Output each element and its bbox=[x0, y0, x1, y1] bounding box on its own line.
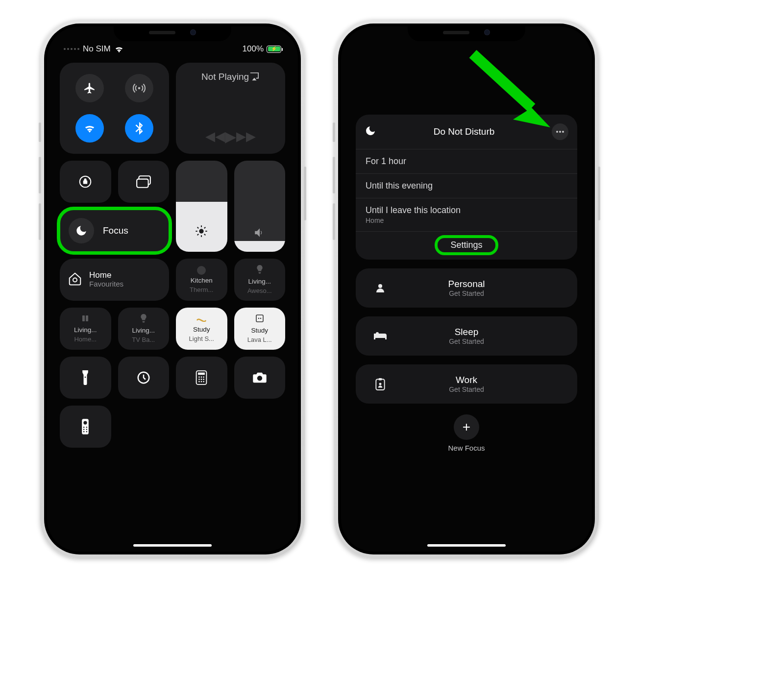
airplane-toggle[interactable] bbox=[75, 74, 104, 102]
svg-point-37 bbox=[86, 429, 87, 430]
media-panel[interactable]: Not Playing ◀◀ ▶ ▶▶ bbox=[176, 63, 285, 154]
svg-point-43 bbox=[378, 284, 382, 288]
svg-point-35 bbox=[86, 427, 87, 428]
media-play-icon[interactable]: ▶ bbox=[225, 128, 236, 145]
moon-icon bbox=[69, 218, 94, 243]
wifi-toggle[interactable] bbox=[75, 114, 104, 143]
home-accessory-tile[interactable]: Study Lava L... bbox=[234, 308, 286, 350]
bluetooth-toggle[interactable] bbox=[125, 114, 153, 143]
home-tile-subtitle: Favourites bbox=[89, 280, 123, 288]
focus-label: Focus bbox=[103, 225, 128, 236]
svg-point-17 bbox=[258, 318, 259, 319]
do-not-disturb-card: Do Not Disturb For 1 hour Until this eve… bbox=[356, 115, 577, 260]
person-icon bbox=[367, 282, 394, 294]
svg-point-31 bbox=[257, 376, 262, 381]
focus-button[interactable]: Focus bbox=[60, 210, 169, 252]
bulb-icon bbox=[140, 314, 147, 325]
svg-point-30 bbox=[203, 381, 204, 383]
plus-icon: + bbox=[454, 414, 479, 440]
lightstrip-icon bbox=[196, 315, 207, 324]
svg-point-13 bbox=[73, 278, 77, 282]
media-label: Not Playing bbox=[201, 72, 249, 82]
svg-rect-45 bbox=[379, 378, 382, 380]
volume-icon bbox=[253, 227, 266, 240]
media-next-icon[interactable]: ▶▶ bbox=[236, 129, 256, 144]
carrier-label: No SIM bbox=[83, 44, 111, 54]
svg-point-29 bbox=[201, 381, 202, 383]
svg-point-27 bbox=[203, 379, 204, 380]
timer-button[interactable] bbox=[118, 357, 170, 399]
calculator-button[interactable] bbox=[176, 357, 227, 399]
focus-mode-sleep[interactable]: Sleep Get Started bbox=[356, 316, 577, 356]
svg-point-33 bbox=[84, 421, 87, 424]
svg-rect-21 bbox=[198, 373, 205, 375]
badge-icon bbox=[367, 378, 394, 390]
dnd-option[interactable]: Until I leave this location Home bbox=[356, 198, 577, 231]
svg-point-34 bbox=[83, 427, 84, 428]
svg-point-28 bbox=[198, 381, 200, 383]
home-accessory-tile[interactable]: Living... Aweso... bbox=[234, 259, 286, 301]
brightness-slider[interactable] bbox=[176, 161, 227, 252]
svg-point-39 bbox=[86, 431, 87, 432]
home-favourites-tile[interactable]: Home Favourites bbox=[60, 259, 169, 301]
new-focus-button[interactable]: + New Focus bbox=[356, 414, 577, 452]
home-indicator[interactable] bbox=[133, 544, 212, 547]
svg-point-38 bbox=[83, 431, 84, 432]
svg-point-0 bbox=[138, 87, 140, 90]
moon-icon bbox=[365, 125, 376, 139]
speaker-icon bbox=[81, 314, 89, 324]
home-accessory-tile[interactable]: Living... TV Ba... bbox=[118, 308, 170, 350]
dnd-title: Do Not Disturb bbox=[434, 126, 495, 137]
svg-rect-3 bbox=[137, 179, 148, 188]
bed-icon bbox=[367, 331, 394, 341]
signal-icon bbox=[64, 48, 79, 50]
rotation-lock-toggle[interactable] bbox=[60, 161, 111, 203]
focus-mode-personal[interactable]: Personal Get Started bbox=[356, 268, 577, 308]
thermostat-icon bbox=[197, 266, 206, 275]
apple-tv-remote-button[interactable] bbox=[60, 406, 111, 448]
focus-settings-button[interactable]: Settings bbox=[440, 238, 493, 252]
svg-point-22 bbox=[198, 376, 200, 378]
battery-percent: 100% bbox=[243, 44, 264, 54]
svg-point-26 bbox=[201, 379, 202, 380]
svg-point-36 bbox=[83, 429, 84, 430]
battery-icon: ⚡ bbox=[267, 46, 281, 53]
home-accessory-tile[interactable]: Study Light S... bbox=[176, 308, 227, 350]
svg-point-42 bbox=[562, 131, 564, 133]
svg-rect-14 bbox=[82, 315, 85, 321]
home-tile-title: Home bbox=[89, 271, 123, 280]
focus-mode-work[interactable]: Work Get Started bbox=[356, 364, 577, 404]
svg-rect-16 bbox=[256, 315, 263, 322]
svg-point-23 bbox=[201, 376, 202, 378]
home-accessory-tile[interactable]: Living... Home... bbox=[60, 308, 111, 350]
svg-line-12 bbox=[204, 227, 205, 228]
home-accessory-tile[interactable]: Kitchen Therm... bbox=[176, 259, 227, 301]
airplay-icon[interactable] bbox=[249, 72, 260, 84]
flashlight-button[interactable] bbox=[60, 357, 111, 399]
volume-slider[interactable] bbox=[234, 161, 286, 252]
svg-point-40 bbox=[556, 131, 558, 133]
camera-button[interactable] bbox=[234, 357, 286, 399]
home-icon bbox=[68, 271, 82, 288]
more-button[interactable] bbox=[552, 123, 568, 140]
screen-mirroring-button[interactable] bbox=[118, 161, 170, 203]
brightness-icon bbox=[195, 224, 208, 240]
connectivity-panel[interactable] bbox=[60, 63, 169, 154]
home-indicator[interactable] bbox=[427, 544, 506, 547]
svg-point-25 bbox=[198, 379, 200, 380]
cellular-toggle[interactable] bbox=[125, 74, 153, 102]
svg-point-18 bbox=[260, 318, 261, 319]
svg-point-41 bbox=[559, 131, 561, 133]
media-prev-icon[interactable]: ◀◀ bbox=[205, 129, 225, 144]
bulb-icon bbox=[256, 265, 264, 276]
wifi-icon bbox=[114, 46, 124, 53]
svg-point-4 bbox=[199, 229, 204, 233]
dnd-option[interactable]: Until this evening bbox=[356, 173, 577, 198]
svg-point-46 bbox=[379, 383, 382, 385]
dnd-option[interactable]: For 1 hour bbox=[356, 149, 577, 173]
svg-line-10 bbox=[204, 234, 205, 235]
svg-line-9 bbox=[197, 227, 198, 228]
svg-point-24 bbox=[203, 376, 204, 378]
annotation-highlight bbox=[435, 235, 498, 255]
plug-icon bbox=[255, 314, 264, 325]
